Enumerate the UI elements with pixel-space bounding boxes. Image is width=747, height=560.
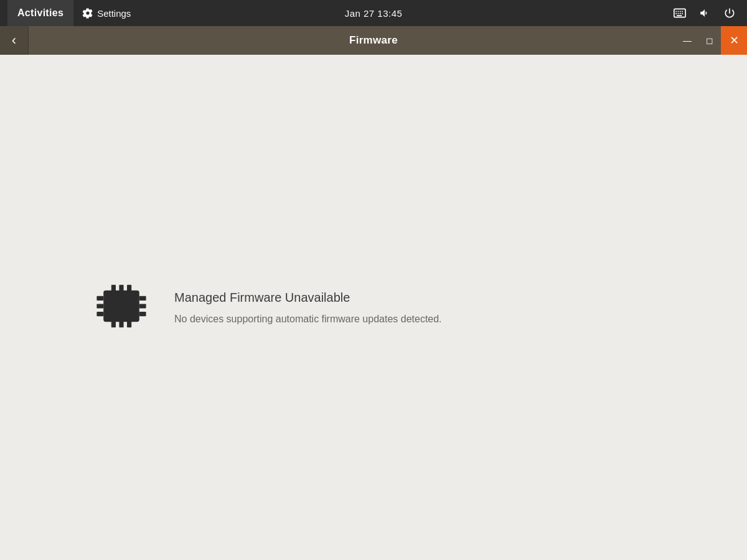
window-title: Firmware <box>349 34 398 47</box>
svg-rect-7 <box>680 13 681 14</box>
empty-state: Managed Firmware Unavailable No devices … <box>93 278 442 337</box>
svg-rect-1 <box>675 11 677 12</box>
svg-rect-16 <box>119 320 123 327</box>
firmware-icon-wrap <box>93 278 149 337</box>
datetime-display: Jan 27 13:45 <box>345 8 403 19</box>
window-controls: — ◻ ✕ <box>676 26 747 55</box>
restore-button[interactable]: ◻ <box>698 26 721 55</box>
svg-rect-20 <box>96 312 103 316</box>
close-button[interactable]: ✕ <box>721 26 747 55</box>
svg-rect-22 <box>139 304 146 308</box>
svg-rect-5 <box>675 13 677 14</box>
activities-button[interactable]: Activities <box>7 0 73 26</box>
svg-rect-11 <box>108 295 134 317</box>
svg-rect-6 <box>678 13 679 14</box>
svg-rect-12 <box>111 285 116 292</box>
minimize-button[interactable]: — <box>676 26 698 55</box>
svg-rect-19 <box>96 304 103 308</box>
svg-rect-21 <box>139 296 146 301</box>
gear-icon <box>82 7 93 19</box>
empty-state-title: Managed Firmware Unavailable <box>174 291 442 305</box>
svg-rect-15 <box>111 320 116 327</box>
settings-label: Settings <box>97 8 131 19</box>
system-bar: Activities Settings Jan 27 13:45 <box>0 0 747 26</box>
svg-rect-23 <box>139 312 146 316</box>
empty-state-text: Managed Firmware Unavailable No devices … <box>174 291 442 325</box>
svg-rect-18 <box>96 296 103 301</box>
power-icon[interactable] <box>720 4 740 22</box>
titlebar: ‹ Firmware — ◻ ✕ <box>0 26 747 55</box>
system-tray <box>670 4 740 22</box>
system-bar-left: Activities Settings <box>7 0 139 26</box>
back-button[interactable]: ‹ <box>0 26 29 55</box>
firmware-chip-icon <box>93 278 149 334</box>
svg-rect-2 <box>678 11 679 12</box>
main-content: Managed Firmware Unavailable No devices … <box>0 55 747 560</box>
svg-rect-4 <box>682 11 683 12</box>
volume-icon[interactable] <box>695 5 715 21</box>
restore-icon: ◻ <box>706 35 713 45</box>
empty-state-subtitle: No devices supporting automatic firmware… <box>174 314 442 325</box>
svg-rect-14 <box>127 285 131 292</box>
svg-rect-8 <box>682 13 683 14</box>
svg-rect-13 <box>119 285 123 292</box>
back-icon: ‹ <box>12 34 16 47</box>
svg-rect-9 <box>677 15 682 16</box>
svg-rect-3 <box>680 11 681 12</box>
settings-button[interactable]: Settings <box>73 0 139 26</box>
close-icon: ✕ <box>730 34 739 47</box>
keyboard-icon[interactable] <box>670 6 690 21</box>
minimize-icon: — <box>683 35 692 45</box>
svg-rect-17 <box>127 320 131 327</box>
